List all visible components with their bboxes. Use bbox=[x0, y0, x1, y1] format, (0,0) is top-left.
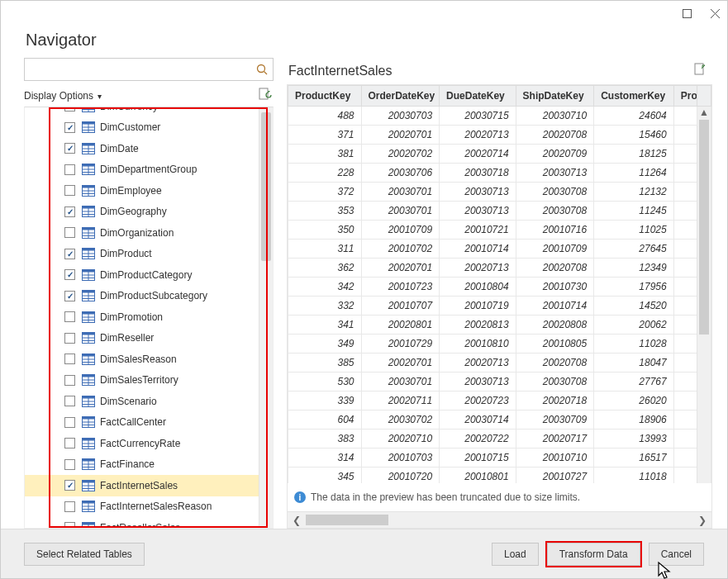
refresh-icon[interactable] bbox=[259, 88, 272, 103]
titlebar bbox=[1, 1, 727, 26]
column-header[interactable]: ShipDateKey bbox=[516, 86, 594, 107]
tree-item[interactable]: DimDate bbox=[25, 138, 273, 159]
transform-data-button[interactable]: Transform Data bbox=[547, 543, 640, 566]
table-row[interactable]: 34220010723200108042001073017956 bbox=[288, 278, 711, 297]
checkbox[interactable] bbox=[64, 122, 75, 133]
cell: 314 bbox=[288, 448, 362, 467]
tree-item[interactable]: DimSalesReason bbox=[25, 349, 273, 370]
checkbox[interactable] bbox=[64, 269, 75, 280]
table-row[interactable]: 36220020701200207132002070812349 bbox=[288, 259, 711, 278]
table-icon bbox=[82, 354, 95, 365]
checkbox[interactable] bbox=[64, 249, 75, 259]
checkbox[interactable] bbox=[64, 522, 75, 528]
maximize-icon[interactable] bbox=[681, 7, 692, 19]
load-button[interactable]: Load bbox=[492, 543, 539, 566]
search-input[interactable] bbox=[25, 59, 251, 80]
checkbox[interactable] bbox=[64, 333, 75, 344]
tree-scrollbar[interactable] bbox=[259, 107, 273, 528]
table-row[interactable]: 48820030703200307152003071024604▲ bbox=[288, 107, 711, 126]
table-row[interactable]: 38320020710200207222002071713993 bbox=[288, 430, 711, 448]
tree-item[interactable]: FactResellerSales bbox=[25, 517, 273, 528]
cell: 20010729 bbox=[361, 335, 440, 354]
tree-item[interactable]: DimCustomer bbox=[25, 117, 273, 139]
table-row[interactable]: 60420030702200307142003070918906 bbox=[288, 411, 711, 430]
preview-grid[interactable]: ProductKeyOrderDateKeyDueDateKeyShipDate… bbox=[288, 85, 711, 483]
checkbox[interactable] bbox=[64, 164, 75, 175]
checkbox[interactable] bbox=[64, 206, 75, 217]
cell: 20030718 bbox=[440, 164, 516, 183]
cell: 20010721 bbox=[440, 221, 516, 240]
cell: 345 bbox=[288, 467, 362, 484]
horizontal-scrollbar[interactable]: ❮ ❯ bbox=[288, 511, 711, 528]
tree-item[interactable]: FactInternetSales bbox=[25, 475, 273, 496]
tree-item[interactable]: DimScenario bbox=[25, 391, 273, 412]
column-header[interactable]: ProductKey bbox=[288, 86, 362, 107]
close-icon[interactable] bbox=[709, 7, 721, 19]
table-row[interactable]: 22820030706200307182003071311264 bbox=[288, 164, 711, 183]
select-related-tables-button[interactable]: Select Related Tables bbox=[24, 543, 145, 566]
tree-item[interactable]: DimGeography bbox=[25, 202, 273, 223]
table-row[interactable]: 38120020702200207142002070918125 bbox=[288, 145, 711, 164]
tree-item[interactable]: FactInternetSalesReason bbox=[25, 496, 273, 518]
cell: 20030702 bbox=[361, 411, 440, 430]
tree-item[interactable]: DimOrganization bbox=[25, 222, 273, 244]
table-row[interactable]: 34120020801200208132002080820062 bbox=[288, 316, 711, 335]
cell: 311 bbox=[288, 240, 362, 259]
preview-options-icon[interactable] bbox=[694, 63, 707, 79]
table-row[interactable]: 35320030701200307132003070811245 bbox=[288, 202, 711, 221]
checkbox[interactable] bbox=[64, 459, 75, 470]
checkbox[interactable] bbox=[64, 143, 75, 154]
table-row[interactable]: 53020030701200307132003070827767 bbox=[288, 373, 711, 392]
cancel-button[interactable]: Cancel bbox=[649, 543, 704, 566]
checkbox[interactable] bbox=[64, 291, 75, 301]
search-icon[interactable] bbox=[251, 59, 273, 80]
checkbox[interactable] bbox=[64, 375, 75, 386]
column-header[interactable]: OrderDateKey bbox=[361, 86, 440, 107]
vertical-scrollbar[interactable]: ▲ bbox=[697, 107, 711, 484]
tree-item[interactable]: DimPromotion bbox=[25, 306, 273, 328]
tree-item[interactable]: DimDepartmentGroup bbox=[25, 159, 273, 181]
checkbox[interactable] bbox=[64, 438, 75, 448]
table-row[interactable]: 34520010720200108012001072711018 bbox=[288, 467, 711, 484]
table-row[interactable]: 37220030701200307132003070812132 bbox=[288, 183, 711, 202]
search-box[interactable] bbox=[24, 58, 274, 81]
tree-item[interactable]: DimSalesTerritory bbox=[25, 370, 273, 392]
tree-item[interactable]: DimEmployee bbox=[25, 180, 273, 202]
checkbox[interactable] bbox=[64, 417, 75, 428]
preview-title: FactInternetSales bbox=[288, 64, 392, 78]
table-icon bbox=[82, 480, 95, 491]
tree-item[interactable]: DimProductSubcategory bbox=[25, 286, 273, 307]
table-icon bbox=[82, 374, 95, 386]
tree-item-label: FactInternetSalesReason bbox=[100, 501, 212, 512]
tree-item[interactable]: FactCallCenter bbox=[25, 412, 273, 434]
checkbox[interactable] bbox=[64, 311, 75, 322]
column-header[interactable]: DueDateKey bbox=[440, 86, 516, 107]
table-row[interactable]: 38520020701200207132002070818047 bbox=[288, 354, 711, 373]
checkbox[interactable] bbox=[64, 396, 75, 406]
tree-item[interactable]: DimReseller bbox=[25, 328, 273, 349]
tree-item[interactable]: DimProduct bbox=[25, 244, 273, 265]
checkbox[interactable] bbox=[64, 354, 75, 364]
checkbox[interactable] bbox=[64, 480, 75, 491]
table-row[interactable]: 33920020711200207232002071826020 bbox=[288, 392, 711, 411]
table-row[interactable]: 31120010702200107142001070927645 bbox=[288, 240, 711, 259]
table-row[interactable]: 33220010707200107192001071414520 bbox=[288, 297, 711, 316]
checkbox[interactable] bbox=[64, 227, 75, 238]
navigator-tree[interactable]: DimCurrencyDimCustomerDimDateDimDepartme… bbox=[25, 107, 273, 528]
table-row[interactable]: 34920010729200108102001080511028 bbox=[288, 335, 711, 354]
table-row[interactable]: 31420010703200107152001071016517 bbox=[288, 448, 711, 467]
column-header[interactable]: Pro bbox=[673, 86, 697, 107]
table-icon bbox=[82, 107, 95, 112]
table-row[interactable]: 37120020701200207132002070815460 bbox=[288, 126, 711, 145]
checkbox[interactable] bbox=[64, 501, 75, 512]
checkbox[interactable] bbox=[64, 185, 75, 196]
table-row[interactable]: 35020010709200107212001071611025 bbox=[288, 221, 711, 240]
tree-item[interactable]: DimProductCategory bbox=[25, 264, 273, 286]
tree-item[interactable]: FactCurrencyRate bbox=[25, 433, 273, 454]
tree-item[interactable]: DimCurrency bbox=[25, 107, 273, 117]
tree-item[interactable]: FactFinance bbox=[25, 454, 273, 476]
display-options-button[interactable]: Display Options ▾ bbox=[24, 90, 102, 102]
checkbox[interactable] bbox=[64, 107, 75, 112]
column-header[interactable]: CustomerKey bbox=[594, 86, 674, 107]
cell: 14520 bbox=[594, 297, 674, 316]
